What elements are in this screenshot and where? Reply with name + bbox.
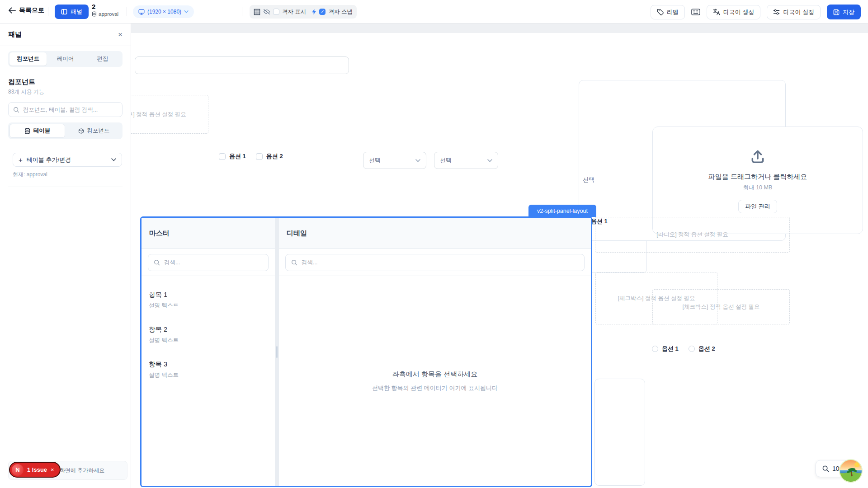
radio-warning-text: [라디오] 정적 옵션 설정 필요 [656,231,728,239]
toggle-table[interactable]: 테이블 [9,124,65,138]
eye-off-icon [263,9,270,15]
issue-badge[interactable]: N 1 Issue × [9,462,61,478]
label-button[interactable]: 라벨 [651,5,685,19]
checkbox-option2[interactable] [256,153,263,160]
radio-option2-label: 옵션 2 [698,345,715,353]
i18n-generate-button[interactable]: 다국어 생성 [707,5,761,19]
detail-search-input[interactable] [302,259,579,266]
selected-component-badge: v2-split-panel-layout [528,205,596,217]
panel-toggle-button[interactable]: 패널 [55,5,89,19]
chevron-down-icon [111,158,116,161]
available-count: 83개 사용 가능 [8,88,123,96]
grid-show-label: 격자 표시 [282,8,306,16]
panel-icon [61,9,67,15]
close-icon[interactable]: × [51,466,54,473]
keyboard-icon [691,9,700,15]
list-item-desc: 설명 텍스트 [149,337,268,344]
radio-option2[interactable] [689,346,695,352]
list-item-title: 항목 2 [149,325,268,334]
master-pane: 마스터 항목 1 설명 텍스트 항목 2 설명 텍스트 항목 3 설 [142,218,275,486]
i18n-settings-button[interactable]: 다국어 설정 [767,5,821,19]
list-item-desc: 설명 텍스트 [149,371,268,379]
card-select-label: 선택 [583,176,594,184]
sun-icon [854,462,859,467]
lightning-icon [311,9,316,15]
empty-state-title: 좌측에서 항목을 선택하세요 [392,370,477,379]
split-pane-resizer[interactable] [275,218,279,486]
add-table-label: 테이블 추가/변경 [27,156,107,164]
empty-component-box[interactable] [594,379,645,486]
upload-title: 파일을 드래그하거나 클릭하세요 [708,173,807,181]
select-component-1[interactable]: 선택 [363,152,426,169]
back-button[interactable]: 목록으로 [8,6,44,14]
checkbox-warning-text-2: [체크박스] 정적 옵션 설정 필요 [683,303,760,311]
select-component-2[interactable]: 선택 [434,152,498,169]
detail-pane-header: 디테일 [279,218,591,249]
i18n-generate-text: 다국어 생성 [723,8,755,16]
panel-search-box[interactable] [8,102,123,117]
radio-warning-box[interactable]: [라디오] 정적 옵션 설정 필요 [595,217,790,253]
save-icon [833,9,840,15]
tab-components[interactable]: 컴포넌트 [9,52,47,66]
viewport-size-value: (868 × 488) [147,9,181,15]
source-toggle-group: 테이블 컴포넌트 [8,122,123,139]
divider [48,7,48,16]
list-item[interactable]: 항목 3 설명 텍스트 [142,352,275,387]
toggle-component[interactable]: 컴포넌트 [66,124,121,138]
viewport-size-selector[interactable]: (868 × 488) [133,5,194,18]
checkbox-warning-box-2[interactable]: [체크박스] 정적 옵션 설정 필요 [652,289,790,324]
text-input-component[interactable] [135,56,349,74]
master-pane-header: 마스터 [142,218,275,249]
toggle-table-label: 테이블 [33,127,51,135]
detail-empty-state: 좌측에서 항목을 선택하세요 선택한 항목의 관련 데이터가 여기에 표시됩니다 [279,276,591,486]
issue-logo: N [12,464,24,476]
toggle-component-label: 컴포넌트 [87,127,110,135]
section-title: 컴포넌트 [8,78,123,86]
list-item[interactable]: 항목 1 설명 텍스트 [142,282,275,317]
tab-edit[interactable]: 편집 [84,52,121,66]
close-icon[interactable]: × [118,30,123,39]
divider [127,7,127,16]
search-icon [291,259,297,266]
tag-icon [657,9,664,15]
back-label: 목록으로 [19,6,44,14]
file-manage-button[interactable]: 파일 관리 [738,200,777,213]
empty-state-desc: 선택한 항목의 관련 데이터가 여기에 표시됩니다 [372,384,498,392]
page-number: 2 [92,3,118,10]
chevron-down-icon [487,159,492,162]
island-sticker[interactable] [839,459,863,483]
database-icon [92,11,97,17]
checkbox-option2-label: 옵션 2 [266,152,283,160]
panel-search-input[interactable] [23,107,118,113]
detail-search-row [279,249,591,276]
select-1-value: 선택 [369,156,381,164]
grid-snap-label: 격자 스냅 [328,8,352,16]
grid-snap-checkbox[interactable]: ✓ [319,9,326,15]
checkbox-component[interactable]: 옵션 1 옵션 2 [219,152,289,160]
list-item-desc: 설명 텍스트 [149,302,268,310]
master-search-row [142,249,275,276]
page-info: 2 approval [92,3,118,17]
grid-show-checkbox[interactable] [273,9,279,15]
add-table-button[interactable]: + 테이블 추가/변경 [13,153,122,167]
tab-layers[interactable]: 레이어 [47,52,84,66]
radio-component[interactable]: 옵션 1 옵션 2 [652,345,722,353]
list-item[interactable]: 항목 2 설명 텍스트 [142,317,275,352]
split-panel-component[interactable]: 마스터 항목 1 설명 텍스트 항목 2 설명 텍스트 항목 3 설 [140,216,592,487]
radio-option1[interactable] [652,346,658,352]
i18n-settings-text: 다국어 설정 [783,8,814,16]
component-side-panel: 패널 × 컴포넌트 레이어 편집 컴포넌트 83개 사용 가능 테이블 컴포넌트… [0,23,131,488]
master-search-input[interactable] [164,259,263,266]
table-badge: approval [99,11,118,17]
save-button[interactable]: 저장 [827,5,861,19]
detail-pane: 디테일 좌측에서 항목을 선택하세요 선택한 항목의 관련 데이터가 여기에 표… [279,218,591,486]
keyboard-shortcuts-button[interactable] [691,9,700,15]
upload-icon [749,147,767,165]
translate-icon [713,9,720,15]
resizer-handle[interactable] [276,346,278,358]
panel-tabs: 컴포넌트 레이어 편집 [8,51,123,67]
checkbox-option1[interactable] [219,153,226,160]
panel-button-label: 패널 [71,8,82,16]
chevron-down-icon [184,10,189,13]
master-list: 항목 1 설명 텍스트 항목 2 설명 텍스트 항목 3 설명 텍스트 [142,276,275,387]
